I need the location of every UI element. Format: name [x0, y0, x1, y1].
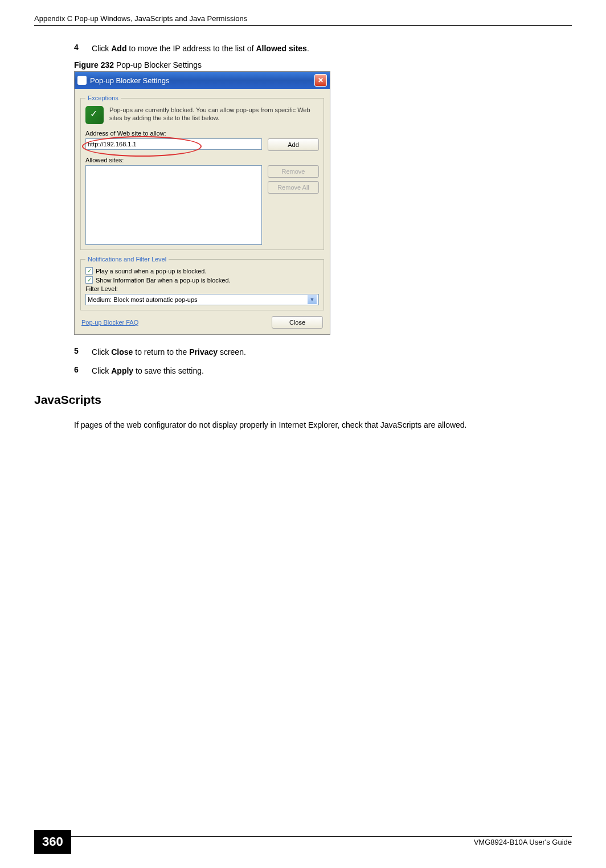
step-number: 6 [74, 365, 83, 377]
filter-level-select[interactable]: Medium: Block most automatic pop-ups ▼ [85, 294, 319, 305]
dialog-icon [77, 76, 87, 85]
notifications-fieldset: Notifications and Filter Level ✓ Play a … [80, 256, 324, 310]
step-number: 4 [74, 43, 83, 55]
exceptions-legend: Exceptions [85, 95, 121, 101]
notifications-legend: Notifications and Filter Level [85, 256, 169, 263]
step-text-part: Click [92, 347, 111, 357]
page-number: 360 [34, 830, 71, 854]
filter-level-label: Filter Level: [85, 285, 319, 292]
exceptions-fieldset: Exceptions Pop-ups are currently blocked… [80, 95, 324, 250]
step-text: Click Close to return to the Privacy scr… [92, 346, 246, 358]
exceptions-text: Pop-ups are currently blocked. You can a… [109, 106, 319, 124]
javascripts-paragraph: If pages of the web configurator do not … [74, 419, 572, 431]
add-button[interactable]: Add [268, 138, 319, 151]
step-bold: Allowed sites [256, 44, 306, 53]
popup-blocker-dialog: Pop-up Blocker Settings ✕ Exceptions Pop… [74, 71, 330, 335]
allowed-sites-listbox[interactable] [85, 165, 262, 245]
remove-button: Remove [268, 165, 319, 178]
sound-checkbox-label: Play a sound when a pop-up is blocked. [96, 268, 206, 275]
step-text-part: Click [92, 44, 111, 53]
step-bold: Close [111, 347, 133, 357]
step-bold: Apply [111, 366, 133, 375]
address-input[interactable] [85, 138, 262, 150]
step-bold: Add [111, 44, 126, 53]
faq-link[interactable]: Pop-up Blocker FAQ [81, 319, 138, 326]
step-text: Click Add to move the IP address to the … [92, 43, 309, 55]
infobar-checkbox[interactable]: ✓ [85, 276, 93, 284]
figure-caption-text: Pop-up Blocker Settings [114, 60, 202, 69]
step-bold: Privacy [189, 347, 218, 357]
javascripts-heading: JavaScripts [34, 393, 572, 407]
step-text: Click Apply to save this setting. [92, 365, 204, 377]
close-icon[interactable]: ✕ [314, 74, 327, 87]
infobar-checkbox-label: Show Information Bar when a pop-up is bl… [96, 277, 231, 284]
step-text-part: screen. [218, 347, 246, 357]
step-text-part: to save this setting. [133, 366, 204, 375]
header-left: Appendix C Pop-up Windows, JavaScripts a… [34, 14, 247, 23]
close-button[interactable]: Close [272, 316, 323, 329]
chevron-down-icon: ▼ [308, 295, 317, 304]
step-text-part: to move the IP address to the list of [126, 44, 256, 53]
remove-all-button: Remove All [268, 181, 319, 194]
step-text-part: Click [92, 366, 111, 375]
step-text-part: to return to the [133, 347, 189, 357]
filter-level-value: Medium: Block most automatic pop-ups [88, 296, 198, 303]
address-label: Address of Web site to allow: [85, 130, 319, 137]
sound-checkbox[interactable]: ✓ [85, 267, 93, 275]
step-number: 5 [74, 346, 83, 358]
globe-check-icon [85, 106, 104, 124]
footer-guide-text: VMG8924-B10A User's Guide [474, 838, 572, 846]
figure-label: Figure 232 [74, 60, 114, 69]
step-text-part: . [307, 44, 309, 53]
allowed-sites-label: Allowed sites: [85, 157, 319, 163]
figure-caption: Figure 232 Pop-up Blocker Settings [74, 60, 572, 69]
dialog-titlebar: Pop-up Blocker Settings ✕ [75, 72, 330, 89]
dialog-title: Pop-up Blocker Settings [90, 76, 311, 85]
